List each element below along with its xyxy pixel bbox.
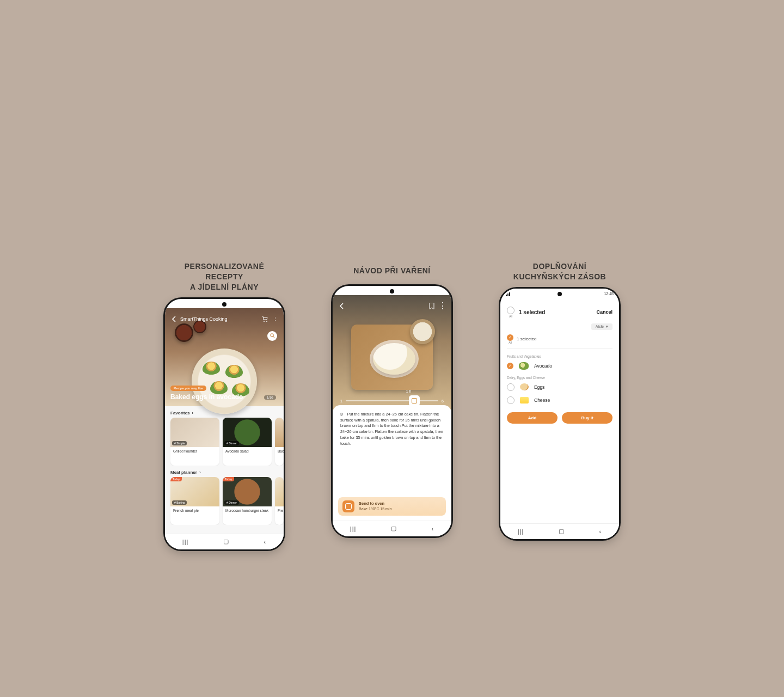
checkbox-checked-icon[interactable] [507,363,513,369]
home-button[interactable]: ▢ [391,525,397,532]
meal-card[interactable]: Today # Baking French meat pie [170,477,219,525]
slider-start: 1 [340,399,342,403]
back-button[interactable]: ‹ [432,525,434,532]
recents-button[interactable]: ||| [518,528,524,535]
cart-icon[interactable] [262,316,268,322]
add-button[interactable]: Add [507,412,558,424]
send-text: Send to oven Bake 190°C 15 min [359,501,391,511]
phone3-screen: 12:45 All 1 selected Cancel Aisle ▾ [500,289,619,539]
status-time: 12:45 [436,289,446,293]
svg-point-0 [264,321,265,322]
svg-point-2 [270,334,273,337]
checkbox-icon[interactable] [507,307,514,314]
today-tag: Today [223,477,234,481]
phone3-caption: DOPLŇOVÁNÍ KUCHYŇSKÝCH ZÁSOB [513,261,606,282]
cutting-board [351,325,433,390]
recents-button[interactable]: ||| [182,539,189,545]
status-time: 12:45 [268,302,278,306]
oven-icon [342,500,354,512]
chevron-right-icon: › [192,411,194,415]
card-label: Fre [275,506,284,525]
selected-count: 1 selected [519,309,596,315]
mealplanner-row[interactable]: Today # Baking French meat pie Today # D… [165,477,284,525]
android-navbar: ||| ▢ ‹ [500,523,619,539]
group-fruits-header: Fruits and Vegetables [500,351,619,359]
section-count: All 1 selected [500,332,619,346]
card-label: French meat pie [170,506,219,525]
card-label: Moroccan hamburger steak [223,506,272,525]
all-toggle-section[interactable]: All [507,334,513,344]
phone2-column: NÁVOD PŘI VAŘENÍ 12:45 [333,261,451,536]
checkbox-icon[interactable] [507,396,514,404]
phone1: 12:45 SmartThings Cooking [165,299,284,549]
flour-bowl [410,319,435,344]
card-label: Grilled flounder [170,447,219,466]
all-toggle[interactable]: All [507,307,514,318]
meal-card[interactable]: Today # Dinner Moroccan hamburger steak [223,477,272,525]
signal-icon [338,289,345,294]
home-button[interactable]: ▢ [559,528,565,535]
hero-recipe-name: Baked eggs in avocado [170,393,243,401]
camera-notch [390,289,394,294]
card-label: Bac [275,447,284,466]
selected-sub: 1 selected [517,337,536,341]
camera-notch [558,292,562,296]
checkbox-checked-icon[interactable] [507,334,513,341]
send-to-oven-bar[interactable]: Send to oven Bake 190°C 15 min [338,497,446,516]
more-icon[interactable]: ⋮ [439,303,446,309]
meal-card-partial[interactable]: Fre [275,477,284,525]
card-thumb: # Dinner [223,418,272,447]
slider-track[interactable]: 1 h [346,400,438,401]
aisle-dropdown[interactable]: Aisle ▾ [591,323,612,330]
back-button[interactable]: ‹ [264,539,267,545]
slider-end: 6 [442,399,444,403]
favorites-row[interactable]: # Simple Grilled flounder # Dinner Avoca… [165,418,284,466]
all-label: All [509,315,512,318]
buy-button[interactable]: Buy it [562,412,612,424]
aisle-label: Aisle [596,325,604,328]
recents-button[interactable]: ||| [350,525,357,532]
mealplanner-header[interactable]: Meal planner › [165,466,284,477]
mealplanner-label: Meal planner [170,470,197,475]
favorite-card-partial[interactable]: Bac [275,418,284,466]
card-thumb: Today # Dinner [223,477,272,506]
avocado-icon [519,362,529,370]
favorite-card[interactable]: # Dinner Avocado salad [223,418,272,466]
step-number: 3 [340,412,342,417]
svg-point-1 [266,321,267,322]
card-thumb: Today # Baking [170,477,219,506]
home-button[interactable]: ▢ [223,538,229,545]
decor-bowl [175,323,193,342]
search-button[interactable] [267,331,277,341]
card-thumb: # Simple [170,418,219,447]
list-item-cheese[interactable]: Cheese [500,394,619,407]
phone2-screen: 12:45 ⋮ [333,286,451,536]
list-item-avocado[interactable]: Avocado [500,359,619,372]
slider-time-label: 1 h [406,389,412,393]
back-icon[interactable] [170,316,177,322]
content-scroll[interactable]: Favorites › # Simple Grilled flounder # … [165,406,284,549]
app-title: SmartThings Cooking [180,316,259,322]
more-icon[interactable]: ⋮ [272,316,278,322]
dough [373,343,415,375]
checkbox-icon[interactable] [507,383,514,391]
step-slider[interactable]: 1 1 h 6 [340,399,444,403]
favorite-card[interactable]: # Simple Grilled flounder [170,418,219,466]
hero-image[interactable]: SmartThings Cooking ⋮ Recipe you may lik… [165,308,284,406]
step-card[interactable]: 3 Put the mixture into a 24~26 cm cake t… [333,405,451,453]
app-header: SmartThings Cooking ⋮ [165,316,284,322]
android-navbar: ||| ▢ ‹ [333,521,451,536]
card-thumb [275,418,284,447]
cancel-button[interactable]: Cancel [596,309,612,315]
select-header: All 1 selected Cancel [500,305,619,318]
bookmark-icon[interactable] [428,303,435,309]
step-text: Put the mixture into a 24~26 cm cake tin… [340,412,444,447]
phone-row-container: PERSONALIZOVANÉ RECEPTY A JÍDELNÍ PLÁNY … [165,261,619,549]
send-detail: Bake 190°C 15 min [359,506,391,511]
back-icon[interactable] [338,303,345,309]
page-indicator: 1/10 [264,395,276,400]
favorites-label: Favorites [170,411,190,415]
hero-text: Recipe you may like Baked eggs in avocad… [170,382,243,401]
back-button[interactable]: ‹ [599,528,602,535]
list-item-eggs[interactable]: Eggs [500,381,619,394]
